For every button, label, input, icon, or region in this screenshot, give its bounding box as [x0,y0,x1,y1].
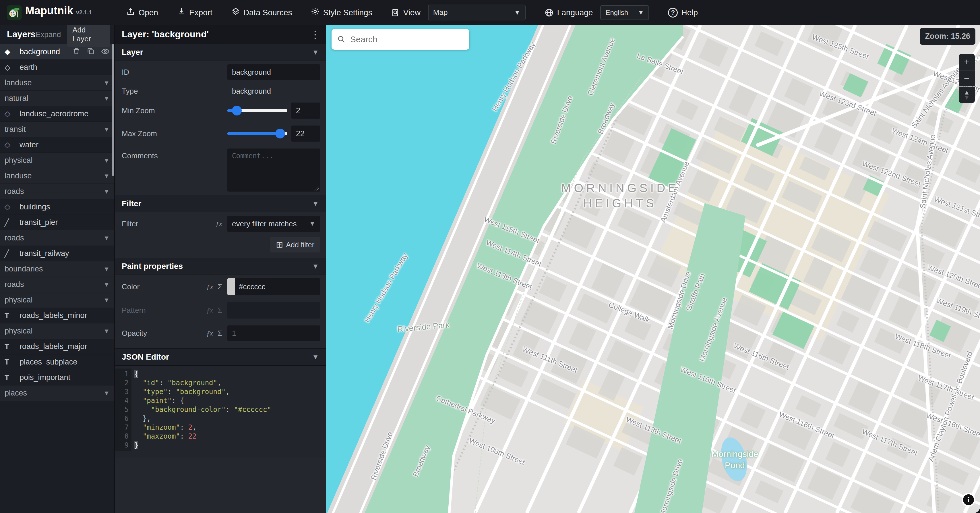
sidebar-scrollbar[interactable] [112,44,114,176]
filter-combinator-select[interactable]: every filter matches ▼ [228,216,320,232]
layer-group-physical[interactable]: physical▼ [0,323,114,339]
add-layer-button[interactable]: Add Layer [67,22,110,47]
type-value: background [228,87,320,96]
layer-group-roads[interactable]: roads▼ [0,230,114,245]
view-select[interactable]: Map▼ [428,5,526,21]
map-canvas[interactable]: Henry Hudson ParkwayHenry Hudson Parkway… [326,25,980,513]
editor-title: Layer: 'background' [122,29,209,40]
section-layer[interactable]: Layer ▼ [115,44,326,61]
field-type: Type background [115,83,326,99]
color-input[interactable]: #cccccc [228,278,320,295]
app-title: Maputnik [25,5,73,17]
fx-icon[interactable]: ƒx [207,283,213,291]
layer-item-landuse_aerodrome[interactable]: ◇landuse_aerodrome [0,106,114,121]
max-zoom-slider[interactable] [228,132,287,135]
duplicate-layer-icon[interactable] [87,47,95,57]
field-filter: Filter ƒx every filter matches ▼ [115,212,326,235]
chevron-down-icon: ▼ [103,389,110,397]
map-search-box[interactable] [331,29,469,50]
layer-item-buildings[interactable]: ◇buildings [0,199,114,215]
chevron-down-icon: ▼ [103,172,110,180]
kebab-menu-icon[interactable]: ⋮ [310,29,320,40]
layer-group-physical[interactable]: physical▼ [0,292,114,307]
search-input[interactable] [350,35,464,44]
navbar: Maputnik v2.1.1 OpenExportData SourcesSt… [0,0,980,25]
layer-item-earth[interactable]: ◇earth [0,59,114,75]
menu-help[interactable]: ? Help [668,8,698,18]
fx-icon[interactable]: ƒx [216,220,222,228]
sigma-icon[interactable]: Σ [218,329,222,338]
pattern-label: Pattern [122,306,146,315]
layer-group-natural[interactable]: natural▼ [0,91,114,106]
chevron-down-icon: ▼ [103,126,110,133]
max-zoom-value[interactable]: 22 [291,126,320,142]
layer-group-landuse[interactable]: landuse▼ [0,168,114,183]
field-pattern: Pattern ƒxΣ [115,298,326,322]
section-filter[interactable]: Filter ▼ [115,195,326,212]
app-version: v2.1.1 [76,9,92,16]
layer-group-transit[interactable]: transit▼ [0,121,114,137]
chevron-down-icon: ▼ [103,79,110,87]
nav-menu: OpenExportData SourcesStyle Settings [126,7,391,18]
layer-group-physical[interactable]: physical▼ [0,153,114,168]
chevron-down-icon: ▼ [309,220,315,228]
language-select[interactable]: English▼ [600,5,649,20]
compass-button[interactable]: ▲▼ [959,87,975,103]
color-swatch[interactable] [228,278,235,295]
section-paint[interactable]: Paint properties ▼ [115,258,326,275]
comments-label: Comments [122,151,158,160]
data-sources-icon [231,7,240,18]
layer-group-boundaries[interactable]: boundaries▼ [0,261,114,277]
menu-export[interactable]: Export [177,7,212,18]
menu-data-sources[interactable]: Data Sources [231,7,292,18]
opacity-input[interactable] [228,325,320,341]
json-code-editor[interactable]: 123456789 { "id": "background", "type": … [115,366,326,459]
attribution-info-button[interactable]: i [962,493,975,507]
add-filter-icon: ⊞ [276,241,283,249]
opacity-label: Opacity [122,329,147,338]
export-icon [177,7,186,18]
menu-open[interactable]: Open [126,7,158,18]
chevron-down-icon: ▼ [103,157,110,164]
field-color: Color ƒxΣ #cccccc [115,275,326,298]
language-select-value: English [605,9,628,17]
layer-group-landuse[interactable]: landuse▼ [0,75,114,91]
layer-item-transit_railway[interactable]: ╱transit_railway [0,245,114,261]
layer-item-roads_labels_major[interactable]: Troads_labels_major [0,339,114,354]
chevron-down-icon: ▼ [638,9,644,16]
layer-group-places[interactable]: places▼ [0,385,114,401]
line-icon: ╱ [5,249,19,258]
visibility-eye-icon[interactable] [101,47,110,57]
layer-group-roads[interactable]: roads▼ [0,183,114,199]
layer-editor-panel: Layer: 'background' ⋮ Layer ▼ ID Type ba… [115,25,326,513]
sigma-icon[interactable]: Σ [218,306,222,315]
min-zoom-slider[interactable] [228,109,287,112]
view-label: View [403,8,420,17]
layer-item-roads_labels_minor[interactable]: Troads_labels_minor [0,307,114,323]
layer-item-transit_pier[interactable]: ╱transit_pier [0,215,114,230]
min-zoom-value[interactable]: 2 [291,102,320,119]
pattern-input[interactable] [228,302,320,319]
view-icon [391,8,400,17]
field-opacity: Opacity ƒxΣ [115,322,326,344]
expand-button[interactable]: Expand [36,30,61,39]
field-min-zoom: Min Zoom 2 [115,99,326,122]
fx-icon[interactable]: ƒx [207,306,213,314]
layer-group-roads[interactable]: roads▼ [0,277,114,292]
delete-layer-icon[interactable] [72,47,80,57]
chevron-down-icon: ▼ [103,281,110,288]
zoom-out-button[interactable]: − [959,70,975,86]
comments-textarea[interactable] [228,148,320,191]
fx-icon[interactable]: ƒx [207,330,213,337]
menu-style-settings[interactable]: Style Settings [311,7,372,18]
id-input[interactable] [228,64,320,80]
layer-item-water[interactable]: ◇water [0,137,114,153]
section-json-editor[interactable]: JSON Editor ▼ [115,349,326,366]
zoom-in-button[interactable]: + [959,54,975,70]
diamond-filled-icon: ◆ [5,48,19,56]
sigma-icon[interactable]: Σ [218,282,222,291]
text-icon: T [5,373,19,382]
layer-item-pois_important[interactable]: Tpois_important [0,370,114,385]
add-filter-button[interactable]: ⊞ Add filter [270,237,320,252]
layer-item-places_subplace[interactable]: Tplaces_subplace [0,354,114,370]
